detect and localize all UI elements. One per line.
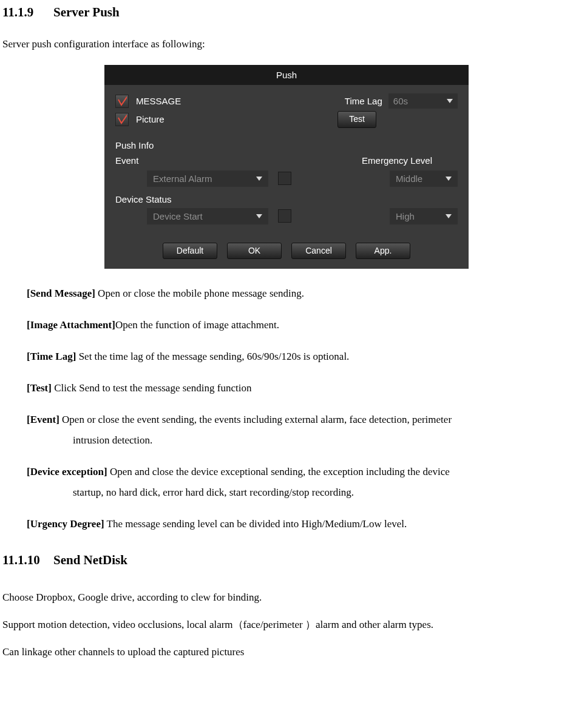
term-cont: startup, no hard dick, error hard dick, …: [27, 482, 571, 503]
picture-checkbox[interactable]: [115, 113, 129, 126]
def-send-message: [Send Message] Open or close the mobile …: [27, 283, 571, 304]
time-lag-label: Time Lag: [345, 95, 382, 107]
time-lag-select[interactable]: 60s: [388, 93, 458, 109]
term: [Time Lag]: [27, 351, 76, 362]
dialog-title: Push: [104, 65, 469, 85]
term-text: Open the function of image attachment.: [115, 319, 279, 331]
term-text: Open or close the event sending, the eve…: [59, 414, 452, 425]
check-icon: [117, 115, 127, 124]
emergency-header: Emergency Level: [362, 154, 458, 167]
dropdown-icon: [447, 99, 453, 103]
app-button[interactable]: App.: [356, 243, 410, 260]
dropdown-icon: [256, 177, 262, 181]
cancel-button[interactable]: Cancel: [291, 243, 346, 260]
device-level-value: High: [396, 210, 415, 223]
term-cont: intrusion detection.: [27, 430, 571, 451]
term: [Urgency Degree]: [27, 518, 104, 530]
term-text: Open and close the device exceptional se…: [107, 466, 450, 477]
netdisk-p2: Support motion detection, video occlusio…: [2, 613, 571, 636]
term: [Test]: [27, 382, 52, 394]
def-event: [Event] Open or close the event sending,…: [27, 410, 571, 451]
def-time-lag: [Time Lag] Set the time lag of the messa…: [27, 346, 571, 367]
event-type-select[interactable]: External Alarm: [147, 170, 268, 187]
def-image-attachment: [Image Attachment]Open the function of i…: [27, 315, 571, 335]
term-text: The message sending level can be divided…: [104, 518, 407, 530]
term: [Device exception]: [27, 466, 107, 477]
device-status-value: Device Start: [153, 210, 203, 223]
term: [Image Attachment]: [27, 319, 115, 331]
device-enable-checkbox[interactable]: [278, 209, 291, 223]
dropdown-icon: [446, 214, 452, 218]
section-title: Send NetDisk: [53, 553, 127, 567]
device-level-select[interactable]: High: [390, 208, 458, 224]
dialog-body: MESSAGE Time Lag 60s Picture Test: [104, 85, 469, 269]
message-checkbox[interactable]: [115, 95, 129, 108]
dialog-figure: Push MESSAGE Time Lag 60s: [2, 65, 571, 269]
heading-send-netdisk: 11.1.10Send NetDisk: [2, 551, 571, 569]
netdisk-p3: Can linkage other channels to upload the…: [2, 640, 571, 664]
ok-button[interactable]: OK: [227, 243, 282, 260]
test-button[interactable]: Test: [337, 111, 376, 128]
time-lag-value: 60s: [393, 95, 408, 107]
event-header: Event: [115, 154, 297, 167]
heading-server-push: 11.1.9Server Push: [2, 4, 571, 21]
definition-list: [Send Message] Open or close the mobile …: [2, 283, 571, 534]
netdisk-p1: Choose Dropbox, Google drive, according …: [2, 585, 571, 609]
check-icon: [117, 96, 127, 106]
term-text: Set the time lag of the message sending,…: [76, 351, 349, 362]
event-level-value: Middle: [396, 172, 422, 185]
intro-text: Server push configuration interface as f…: [2, 37, 571, 52]
event-type-value: External Alarm: [153, 172, 212, 185]
picture-label: Picture: [136, 113, 239, 126]
device-status-select[interactable]: Device Start: [147, 208, 268, 224]
term-text: Click Send to test the message sending f…: [52, 382, 252, 394]
dropdown-icon: [446, 177, 452, 181]
def-device-exception: [Device exception] Open and close the de…: [27, 462, 571, 503]
def-test: [Test] Click Send to test the message se…: [27, 378, 571, 399]
push-info-label: Push Info: [115, 139, 458, 152]
push-dialog: Push MESSAGE Time Lag 60s: [104, 65, 469, 269]
dropdown-icon: [256, 214, 262, 218]
section-number: 11.1.9: [2, 4, 53, 21]
event-enable-checkbox[interactable]: [278, 172, 291, 185]
def-urgency-degree: [Urgency Degree] The message sending lev…: [27, 514, 571, 534]
message-label: MESSAGE: [136, 95, 239, 107]
device-status-label: Device Status: [115, 193, 458, 206]
term: [Send Message]: [27, 288, 95, 299]
term: [Event]: [27, 414, 59, 425]
section-title: Server Push: [53, 5, 120, 19]
term-text: Open or close the mobile phone message s…: [95, 288, 304, 299]
default-button[interactable]: Default: [163, 243, 217, 260]
section-number: 11.1.10: [2, 551, 53, 569]
event-level-select[interactable]: Middle: [390, 170, 458, 187]
